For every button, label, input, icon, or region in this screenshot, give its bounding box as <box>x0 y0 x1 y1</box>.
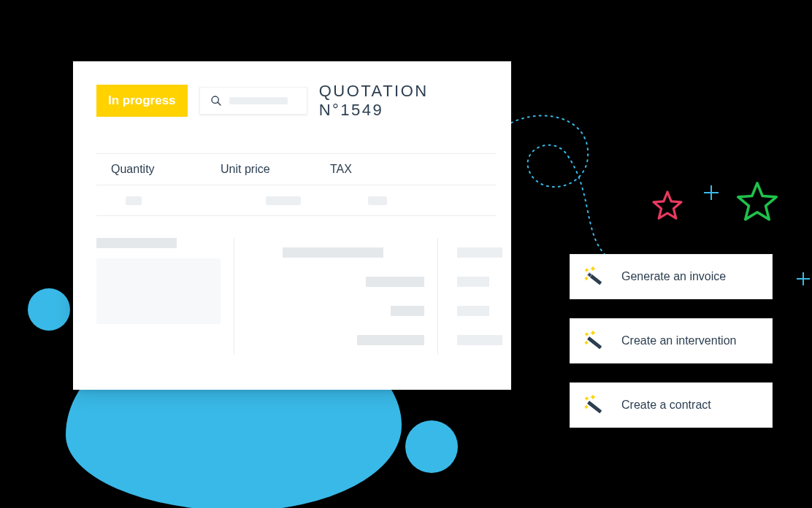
summary-totals <box>234 238 438 355</box>
plus-icon <box>796 272 811 286</box>
summary-notes <box>96 238 234 355</box>
search-input[interactable] <box>199 87 307 115</box>
label-placeholder <box>391 306 424 316</box>
action-label: Create a contract <box>621 399 711 412</box>
value-placeholder <box>457 247 502 258</box>
cell-placeholder <box>266 196 301 205</box>
table-header: Quantity Unit price TAX <box>96 153 497 185</box>
magic-wand-icon <box>583 394 608 416</box>
cell-placeholder <box>368 196 387 205</box>
search-placeholder <box>229 97 288 104</box>
svg-rect-9 <box>587 336 602 349</box>
label-placeholder <box>357 335 424 345</box>
table-row <box>96 185 497 216</box>
label-placeholder <box>366 277 424 287</box>
magic-wand-icon <box>583 266 608 288</box>
label-placeholder <box>96 238 177 248</box>
magic-wand-icon <box>583 330 608 352</box>
quotation-card: In progress QUOTATION N°1549 Quantity Un… <box>73 61 511 390</box>
col-header-quantity: Quantity <box>96 163 221 176</box>
star-green-icon <box>733 178 781 226</box>
cell-placeholder <box>126 196 142 205</box>
action-panel: Generate an invoice Create an interventi… <box>570 254 773 428</box>
generate-invoice-button[interactable]: Generate an invoice <box>570 254 773 299</box>
create-contract-button[interactable]: Create a contract <box>570 382 773 428</box>
notes-box-placeholder <box>96 258 221 324</box>
svg-line-5 <box>218 102 221 105</box>
summary-area <box>96 238 497 355</box>
card-header: In progress QUOTATION N°1549 <box>96 82 497 120</box>
decor-blob-small-right <box>405 420 458 473</box>
svg-rect-10 <box>587 401 602 413</box>
action-label: Generate an invoice <box>621 270 726 283</box>
col-header-unit-price: Unit price <box>221 163 330 176</box>
create-intervention-button[interactable]: Create an intervention <box>570 318 773 363</box>
col-header-tax: TAX <box>330 163 418 176</box>
decor-blob-small-left <box>28 288 70 331</box>
page-title: QUOTATION N°1549 <box>319 82 497 120</box>
value-placeholder <box>457 277 489 287</box>
star-red-icon <box>650 188 685 223</box>
plus-icon <box>702 184 720 201</box>
value-placeholder <box>457 306 489 316</box>
label-placeholder <box>283 247 383 258</box>
status-badge[interactable]: In progress <box>96 85 188 117</box>
action-label: Create an intervention <box>621 334 736 347</box>
value-placeholder <box>457 335 502 345</box>
summary-values <box>438 238 502 355</box>
search-icon <box>210 95 222 107</box>
